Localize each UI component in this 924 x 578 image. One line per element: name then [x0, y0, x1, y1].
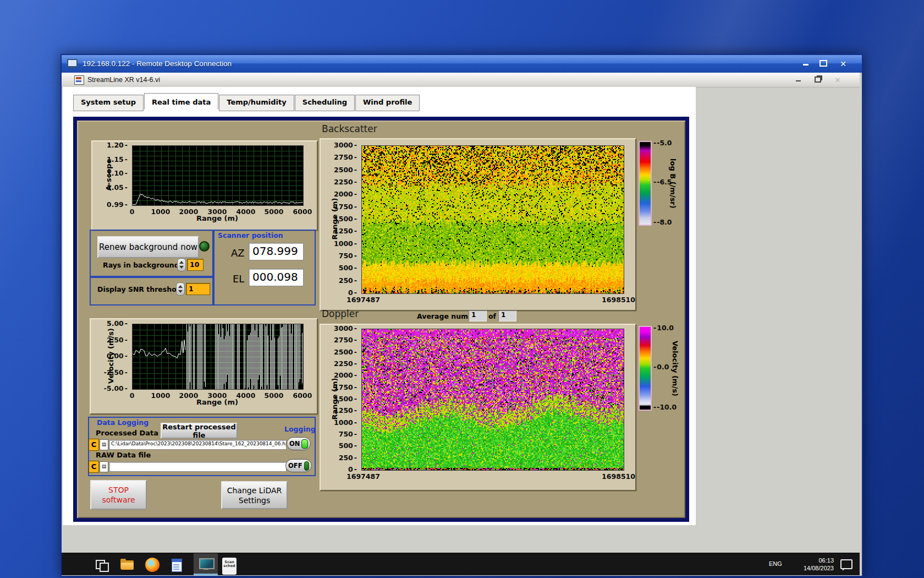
backscatter-y-tick-label: 1000: [328, 239, 357, 248]
backscatter-colorbar: [639, 141, 652, 226]
raw-drive-selector[interactable]: C: [89, 461, 99, 473]
doppler-colorbar: [639, 326, 652, 411]
velocity-x-tick-label: 3000: [204, 391, 230, 400]
doppler-y-tick-label: 750: [328, 430, 357, 438]
snr-spinner[interactable]: [176, 282, 185, 296]
processed-logging-toggle[interactable]: ON: [287, 437, 311, 450]
restart-processed-file-button[interactable]: Restart processed file: [161, 423, 238, 439]
minimize-icon[interactable]: [798, 58, 814, 69]
backscatter-y-tick-label: 500: [328, 264, 357, 272]
ascope-x-tick-label: 0: [119, 208, 145, 216]
el-value-field[interactable]: 000.098: [249, 269, 304, 286]
firefox-icon[interactable]: [145, 558, 160, 572]
average-number-field1[interactable]: 1: [469, 310, 487, 321]
tab-real-time-data[interactable]: Real time data: [144, 93, 218, 110]
velocity-y-tick-label: 0.00: [99, 352, 128, 360]
change-line1: Change LiDAR: [227, 486, 282, 495]
vi-restore-icon[interactable]: [811, 75, 825, 85]
raw-data-file-label: RAW Data file: [96, 451, 151, 459]
velocity-y-tick-label: 2.50: [99, 336, 128, 344]
doppler-y-tick-label: 250: [328, 454, 357, 462]
close-icon[interactable]: [835, 58, 851, 69]
backscatter-y-tick-label: 2750: [328, 153, 357, 161]
doppler-y-tick-label: 3000: [328, 324, 357, 332]
doppler-cb-unit: Velocity (m/s): [671, 326, 679, 411]
velocity-y-tick-label: -2.50: [99, 368, 128, 377]
scan-icon-text2: sched: [222, 564, 237, 568]
language-indicator[interactable]: ENG: [769, 560, 782, 567]
velocity-y-tick-label: 5.00: [99, 319, 128, 328]
rays-spinner[interactable]: [177, 258, 186, 271]
snr-value-field[interactable]: 1: [186, 283, 210, 295]
az-value-field[interactable]: 078.999: [249, 243, 304, 260]
processed-path-field[interactable]: C:\Lidar\Data\Proc\2023\202308\20230814\…: [109, 440, 287, 450]
velocity-x-tick-label: 6000: [289, 391, 316, 400]
velocity-x-tick-label: 5000: [261, 391, 287, 400]
vi-minimize-icon[interactable]: [791, 75, 805, 85]
taskbar: Scan sched ENG 06:13 14/08/2023: [62, 553, 860, 575]
doppler-y-tick-label: 500: [328, 441, 357, 450]
rdp-window-title: 192.168.0.122 - Remote Desktop Connectio…: [82, 59, 232, 68]
taskbar-clock[interactable]: 06:13 14/08/2023: [792, 557, 834, 572]
backscatter-y-tick-label: 1250: [328, 227, 357, 235]
raw-browse-icon[interactable]: ▤: [100, 461, 108, 472]
ascope-x-tick-label: 3000: [204, 208, 230, 216]
backscatter-time-end: 1698510: [591, 296, 635, 304]
file-explorer-icon[interactable]: [120, 558, 134, 572]
tab-system-setup[interactable]: System setup: [73, 95, 144, 111]
data-logging-title: Data Logging: [97, 418, 148, 427]
raw-logging-toggle[interactable]: OFF: [285, 459, 312, 472]
ascope-x-tick-label: 4000: [233, 208, 259, 216]
tab-scheduling[interactable]: Scheduling: [295, 95, 355, 111]
ascope-y-tick-label: 1.10: [99, 169, 128, 177]
az-label: AZ: [231, 247, 245, 259]
vi-close-icon[interactable]: [831, 75, 845, 85]
tab-temp-humidity[interactable]: Temp/humidity: [219, 95, 294, 111]
processed-drive-selector[interactable]: C: [89, 439, 99, 451]
velocity-x-tick-label: 1000: [147, 391, 174, 400]
processed-browse-icon[interactable]: ▤: [100, 439, 108, 450]
tab-wind-profile[interactable]: Wind profile: [355, 95, 420, 111]
backscatter-title: Backscatter: [322, 123, 377, 134]
backscatter-y-tick-label: 2250: [328, 178, 357, 186]
backscatter-y-tick-label: 2000: [328, 190, 357, 198]
velocity-plot: [132, 324, 304, 390]
document-app-icon[interactable]: [169, 558, 184, 572]
ascope-x-tick-label: 6000: [289, 208, 316, 216]
ascope-y-tick-label: 1.20: [99, 141, 128, 149]
off-led: [304, 461, 310, 471]
doppler-heatmap: [361, 329, 624, 471]
renew-background-button[interactable]: Renew background now: [97, 236, 199, 258]
change-lidar-settings-button[interactable]: Change LiDAR Settings: [221, 481, 288, 509]
average-number-field2[interactable]: 1: [498, 310, 516, 321]
vi-window-title: StreamLine XR v14-6.vi: [87, 76, 160, 84]
doppler-time-start: 1697487: [346, 472, 380, 481]
notification-icon[interactable]: [840, 559, 853, 569]
snr-threshold-label: Display SNR threshold: [97, 285, 184, 293]
tab-strip: System setup Real time data Temp/humidit…: [73, 95, 420, 111]
backscatter-y-tick-label: 0: [328, 288, 357, 297]
backscatter-y-tick-label: 2500: [328, 166, 357, 174]
raw-path-field[interactable]: [109, 462, 287, 472]
stop-software-button[interactable]: STOP software: [90, 480, 147, 510]
clock-time: 06:13: [792, 557, 834, 564]
rays-value-field[interactable]: 10: [187, 259, 204, 271]
doppler-y-tick-label: 2000: [328, 371, 357, 379]
scan-scheduler-icon[interactable]: Scan sched: [222, 558, 237, 575]
stop-line2: software: [102, 495, 135, 505]
maximize-icon[interactable]: [815, 58, 832, 69]
rdp-titlebar[interactable]: 192.168.0.122 - Remote Desktop Connectio…: [62, 55, 862, 73]
vi-titlebar[interactable]: StreamLine XR v14-6.vi: [62, 73, 860, 88]
active-app-cell[interactable]: [194, 553, 218, 575]
stop-line1: STOP: [108, 485, 129, 495]
rays-in-background-label: Rays in background: [103, 261, 179, 269]
task-view-icon[interactable]: [95, 558, 109, 572]
backscatter-y-tick-label: 250: [328, 276, 357, 285]
labview-vi-icon: [74, 75, 84, 85]
remote-desktop-icon: [67, 59, 78, 68]
on-label: ON: [289, 440, 300, 448]
scanner-position-cluster: [212, 230, 316, 306]
of-label: of: [488, 312, 496, 320]
on-led: [301, 439, 308, 449]
doppler-y-tick-label: 2250: [328, 359, 357, 368]
